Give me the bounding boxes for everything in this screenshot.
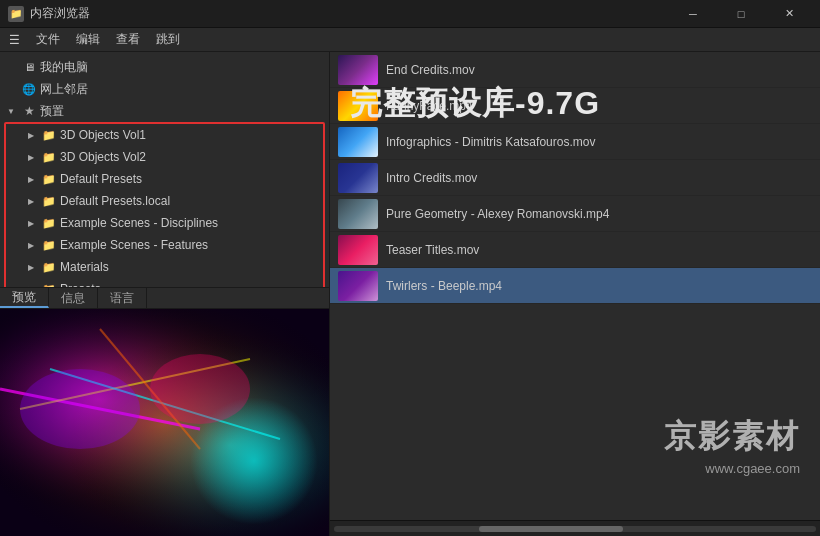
- sidebar-item-my-computer[interactable]: 我的电脑: [0, 56, 329, 78]
- sidebar-item-label: Materials: [60, 260, 109, 274]
- file-name: End Credits.mov: [386, 63, 475, 77]
- file-list[interactable]: End Credits.mov FunnyFace.mp4 Infographi…: [330, 52, 820, 520]
- sidebar-item-label: Default Presets: [60, 172, 142, 186]
- hamburger-icon[interactable]: ☰: [4, 30, 24, 50]
- folder-icon: [41, 127, 57, 143]
- menu-edit[interactable]: 编辑: [68, 29, 108, 50]
- expand-icon: ▶: [24, 128, 38, 142]
- folder-icon: [41, 259, 57, 275]
- sidebar-item-default-presets[interactable]: ▶ Default Presets: [6, 168, 323, 190]
- left-panel: 我的电脑 网上邻居 ▼ 预置 ▶ 3D Objects Vol1: [0, 52, 330, 536]
- sidebar-item-label: Example Scenes - Features: [60, 238, 208, 252]
- folder-icon: [41, 171, 57, 187]
- expand-icon: [4, 82, 18, 96]
- scrollbar-thumb[interactable]: [479, 526, 624, 532]
- sidebar-item-label: 3D Objects Vol2: [60, 150, 146, 164]
- tab-preview[interactable]: 预览: [0, 288, 49, 308]
- close-button[interactable]: ✕: [766, 0, 812, 28]
- expand-icon: ▶: [24, 150, 38, 164]
- right-scrollbar[interactable]: [330, 520, 820, 536]
- main-container: 我的电脑 网上邻居 ▼ 预置 ▶ 3D Objects Vol1: [0, 52, 820, 536]
- menu-view[interactable]: 查看: [108, 29, 148, 50]
- file-thumbnail: [338, 271, 378, 301]
- file-thumbnail: [338, 199, 378, 229]
- sidebar-item-label: 我的电脑: [40, 59, 88, 76]
- sidebar-item-label: Example Scenes - Disciplines: [60, 216, 218, 230]
- sidebar-item-network[interactable]: 网上邻居: [0, 78, 329, 100]
- svg-point-9: [150, 354, 250, 424]
- tab-language[interactable]: 语言: [98, 288, 147, 308]
- file-thumbnail: [338, 235, 378, 265]
- list-item[interactable]: Pure Geometry - Alexey Romanovski.mp4: [330, 196, 820, 232]
- file-name: Infographics - Dimitris Katsafouros.mov: [386, 135, 595, 149]
- folder-icon: [41, 237, 57, 253]
- network-icon: [21, 81, 37, 97]
- menu-goto[interactable]: 跳到: [148, 29, 188, 50]
- file-thumbnail: [338, 91, 378, 121]
- svg-point-8: [20, 369, 140, 449]
- sidebar-item-presets[interactable]: ▼ 预置: [0, 100, 329, 122]
- sidebar-item-example-disciplines[interactable]: ▶ Example Scenes - Disciplines: [6, 212, 323, 234]
- expand-icon: ▶: [24, 260, 38, 274]
- sidebar-item-example-features[interactable]: ▶ Example Scenes - Features: [6, 234, 323, 256]
- sidebar-item-3d-vol1[interactable]: ▶ 3D Objects Vol1: [6, 124, 323, 146]
- file-name: Pure Geometry - Alexey Romanovski.mp4: [386, 207, 609, 221]
- scrollbar-track[interactable]: [334, 526, 816, 532]
- file-name: Intro Credits.mov: [386, 171, 477, 185]
- computer-icon: [21, 59, 37, 75]
- sidebar-item-label: 网上邻居: [40, 81, 88, 98]
- star-icon: [21, 103, 37, 119]
- expand-icon: ▼: [4, 104, 18, 118]
- folder-icon: [41, 149, 57, 165]
- list-item[interactable]: Twirlers - Beeple.mp4: [330, 268, 820, 304]
- tab-info[interactable]: 信息: [49, 288, 98, 308]
- expand-icon: [4, 60, 18, 74]
- minimize-button[interactable]: ─: [670, 0, 716, 28]
- red-border-highlight: ▶ 3D Objects Vol1 ▶ 3D Objects Vol2 ▶ De…: [4, 122, 325, 287]
- menu-file[interactable]: 文件: [28, 29, 68, 50]
- file-name: Teaser Titles.mov: [386, 243, 479, 257]
- expand-icon: ▶: [24, 194, 38, 208]
- tree-area[interactable]: 我的电脑 网上邻居 ▼ 预置 ▶ 3D Objects Vol1: [0, 52, 329, 287]
- sidebar-item-default-presets-local[interactable]: ▶ Default Presets.local: [6, 190, 323, 212]
- titlebar: 📁 内容浏览器 ─ □ ✕: [0, 0, 820, 28]
- list-item[interactable]: Infographics - Dimitris Katsafouros.mov: [330, 124, 820, 160]
- window-title: 内容浏览器: [30, 5, 90, 22]
- right-panel: 完整预设库-9.7G End Credits.mov FunnyFace.mp4…: [330, 52, 820, 536]
- preview-area: 文件名称： Twirlers - Beeple.mp4: [0, 309, 329, 536]
- file-thumbnail: [338, 127, 378, 157]
- file-thumbnail: [338, 163, 378, 193]
- list-item[interactable]: FunnyFace.mp4: [330, 88, 820, 124]
- expand-icon: ▶: [24, 172, 38, 186]
- sidebar-item-3d-vol2[interactable]: ▶ 3D Objects Vol2: [6, 146, 323, 168]
- bottom-tabs: 预览 信息 语言: [0, 287, 329, 309]
- app-icon: 📁: [8, 6, 24, 22]
- folder-icon: [41, 193, 57, 209]
- sidebar-item-label: 预置: [40, 103, 64, 120]
- window-controls: ─ □ ✕: [670, 0, 812, 28]
- folder-icon: [41, 215, 57, 231]
- preview-image: [0, 309, 329, 536]
- file-name: FunnyFace.mp4: [386, 99, 473, 113]
- expand-icon: ▶: [24, 216, 38, 230]
- sidebar-item-label: 3D Objects Vol1: [60, 128, 146, 142]
- sidebar-item-presets-sub[interactable]: ▶ Presets: [6, 278, 323, 287]
- sidebar-item-materials[interactable]: ▶ Materials: [6, 256, 323, 278]
- sidebar-item-label: Default Presets.local: [60, 194, 170, 208]
- menubar: ☰ 文件 编辑 查看 跳到 ⊞ ☆ ⌂ ★ ← ↑ ↓ 🔍: [0, 28, 820, 52]
- maximize-button[interactable]: □: [718, 0, 764, 28]
- file-thumbnail: [338, 55, 378, 85]
- list-item[interactable]: End Credits.mov: [330, 52, 820, 88]
- list-item[interactable]: Intro Credits.mov: [330, 160, 820, 196]
- expand-icon: ▶: [24, 238, 38, 252]
- file-name: Twirlers - Beeple.mp4: [386, 279, 502, 293]
- list-item[interactable]: Teaser Titles.mov: [330, 232, 820, 268]
